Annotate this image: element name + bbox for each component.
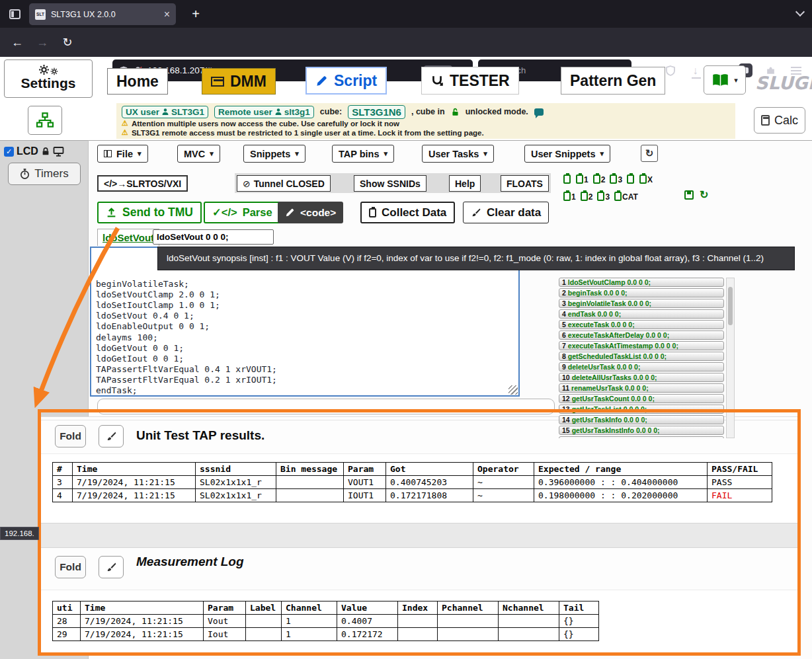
function-list-scrollbar[interactable] [726,278,735,438]
timers-button[interactable]: Timers [8,163,81,185]
clipboard-paste-button[interactable]: 3 [597,189,610,201]
clipboard-copy-button[interactable]: 2 [593,172,606,184]
collect-data-button[interactable]: Collect Data [360,202,455,223]
fold-tap-results-button[interactable]: Fold [55,425,86,447]
function-list-item[interactable]: 11 renameUsrTask 0.0 0 0; [559,383,724,393]
synopsis-tooltip-text: ldoSetVout synopsis [inst] : f1 : VOUT V… [167,253,764,263]
docs-book-dropdown[interactable]: ▾ [704,65,746,95]
clear-measurement-log-button[interactable] [99,556,124,578]
show-ssnids-button[interactable]: Show SSNIDs [354,175,426,192]
ux-user-label: UX user [126,107,159,117]
nav-script-button[interactable]: Script [305,67,387,95]
forward-button[interactable]: → [32,32,53,53]
function-label: renameUsrTask 0.0 0 0; [571,384,649,392]
cell-param: VOUT1 [344,476,386,489]
send-to-tmu-button[interactable]: Send to TMU [97,202,202,223]
clear-tap-results-button[interactable] [99,425,124,447]
menu-snippets[interactable]: Snippets▾ [243,145,305,163]
nav-dmm-button[interactable]: DMM [202,68,276,95]
function-list-item[interactable]: 5 executeTask 0.0 0 0; [559,320,724,329]
clipboard-copy-button[interactable]: X [639,172,653,184]
clipboard-paste-button[interactable]: 2 [581,189,593,201]
refresh-clipboard-icon[interactable]: ↻ [700,190,708,200]
function-list-item[interactable]: 7 executeTaskAtTimestamp 0.0 0 0; [559,341,724,350]
function-list-item[interactable]: 1 ldoSetVoutClamp 0.0 0 0; [559,278,724,287]
function-list-item[interactable]: 15 getUsrTaskInstInfo 0.0 0 0; [559,426,724,435]
refresh-menus-button[interactable]: ↻ [641,145,658,162]
back-button[interactable]: ← [7,32,28,53]
function-label: endTask 0.0 0 0; [568,310,621,318]
tunnel-closed-button[interactable]: ⊘Tunnel CLOSED [237,175,331,192]
clipboard-icon [576,174,583,184]
network-topology-button[interactable] [28,106,62,135]
menu-user-snippets-label: User Snippets [531,149,596,159]
function-list-item[interactable]: 10 deleteAllUsrTasks 0.0 0 0; [559,373,724,382]
function-list-item[interactable]: 2 beginTask 0.0 0 0; [559,288,724,297]
menu-tap-bins[interactable]: TAP bins▾ [332,145,394,163]
nav-home-button[interactable]: Home [107,68,168,95]
cell-pass-fail: PASS [708,476,772,489]
clipboard-copy-button[interactable]: 3 [610,172,622,184]
help-label: Help [455,178,475,189]
log-table-header-cell: Tail [559,601,599,615]
menu-user-tasks[interactable]: User Tasks▾ [422,145,494,163]
nav-pattern-gen-button[interactable]: Pattern Gen [561,67,665,95]
warning-line-1: ⚠Attention multiple users now access the… [122,119,730,128]
function-list-item[interactable]: 12 getUsrTaskCount 0.0 0 0; [559,394,724,403]
lcd-toggle-row: LCD [4,145,64,157]
function-list-item[interactable]: 13 getUsrTaskList 0.0 0 0; [559,405,724,414]
clear-data-button[interactable]: Clear data [463,202,549,223]
save-icon[interactable] [684,190,694,200]
clipboard-icon [563,174,571,184]
scrollbar-thumb[interactable] [728,287,733,325]
script-label: Script [334,72,377,90]
paste-icon [581,192,588,201]
clipboard-copy-button[interactable] [563,172,571,184]
tap-table-header-cell: sssnid [196,463,276,476]
settings-button[interactable]: Settings [4,59,93,98]
timers-label: Timers [34,167,68,180]
function-index: 5 [562,321,566,329]
function-list-item[interactable]: 8 getScheduledTaskList 0.0 0 0; [559,352,724,361]
reload-button[interactable]: ↻ [57,32,78,53]
tap-table-header-cell: Expected / range [534,463,708,476]
code-button[interactable]: <code> [278,202,343,223]
tab-close-icon[interactable]: × [164,9,170,20]
function-list-item[interactable]: 4 endTask 0.0 0 0; [559,309,724,319]
cell-pchannel [438,615,499,628]
help-button[interactable]: Help [449,175,481,192]
chat-bubble-icon[interactable] [534,108,544,116]
fold-measurement-log-button[interactable]: Fold [55,556,86,578]
floats-button[interactable]: FLOATS [501,175,549,192]
slrtos-vxi-button[interactable]: </>→SLRTOS/VXI [97,175,188,192]
brand-logo: SLUGI [755,73,812,93]
calc-button[interactable]: Calc [754,107,805,134]
nav-tester-button[interactable]: TESTER [421,67,519,95]
tab-ldosetvout[interactable]: ldoSetVout [97,229,159,246]
menu-file[interactable]: File▾ [97,145,148,163]
function-list-item[interactable]: 9 deleteUsrTask 0.0 0 0; [559,362,724,371]
function-list-item[interactable]: 6 executeTaskAfterDelay 0.0 0 0; [559,330,724,340]
collapsed-output-box [97,399,555,414]
slrtos-vxi-label: </>→SLRTOS/VXI [104,178,181,189]
calculator-icon [761,115,770,126]
function-label: getUsrTaskInfo 0.0 0 0; [572,416,647,424]
function-list-item[interactable]: 14 getUsrTaskInfo 0.0 0 0; [559,415,724,424]
list-all-tabs-chevron-icon[interactable] [795,7,805,17]
new-tab-button[interactable]: + [186,5,205,23]
firefox-view-icon[interactable] [7,6,22,22]
lock-icon [41,147,50,156]
menu-user-snippets[interactable]: User Snippets▾ [524,145,610,163]
clipboard-copy-button[interactable] [627,172,635,184]
clipboard-paste-button[interactable]: 1 [563,189,576,201]
menu-mvc[interactable]: MVC▾ [177,145,220,163]
clipboard-paste-button[interactable]: CAT [614,189,638,201]
cell-time: 7/19/2024, 11:21:15 [73,489,196,502]
clipboard-copy-button[interactable]: 1 [576,172,589,184]
function-list-item[interactable]: 3 beginVolatileTask 0.0 0 0; [559,299,724,308]
browser-tab[interactable]: SLT SLT3G1 UX 2.0.0 × [29,3,176,25]
function-list-item[interactable]: 16 killTask 0.0 0 0; [559,436,724,438]
parse-button[interactable]: ✓</> Parse [204,202,281,223]
snippet-input[interactable] [153,229,274,245]
lcd-checkbox[interactable] [4,147,14,157]
